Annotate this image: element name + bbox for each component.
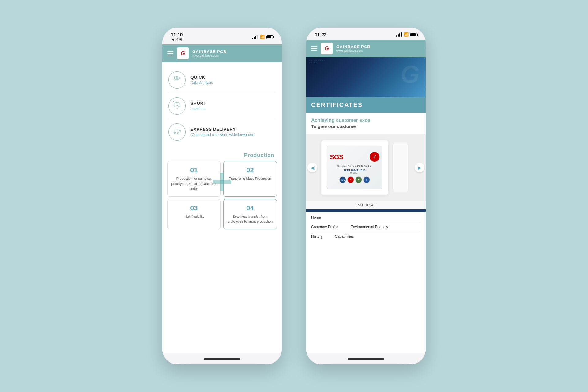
signal-bar bbox=[255, 36, 256, 39]
prod-text-02: Transfer to Mass Production bbox=[227, 176, 273, 181]
company-info-2: GAINBASE PCB www.gainbase.com bbox=[336, 44, 371, 52]
footer-link-company[interactable]: Company Profile bbox=[311, 225, 338, 229]
footer-divider-1 bbox=[311, 222, 421, 222]
blue-divider-bar bbox=[306, 209, 426, 212]
signal-bar bbox=[399, 33, 400, 37]
prod-text-04: Seamless transfer from prototypes to mas… bbox=[227, 214, 273, 224]
footer-divider-2 bbox=[311, 232, 421, 232]
svg-point-16 bbox=[173, 101, 174, 102]
footer-link-history[interactable]: History bbox=[311, 234, 322, 239]
svg-rect-1 bbox=[174, 79, 175, 80]
cert-logos-row: SGS ✓ ★ I bbox=[339, 176, 370, 183]
prod-card-02: 02 Transfer to Mass Production bbox=[223, 161, 277, 197]
company-url-1: www.gainbase.com bbox=[192, 54, 227, 57]
menu-line bbox=[167, 53, 173, 54]
cert-card-partial bbox=[393, 143, 408, 192]
company-logo: G bbox=[177, 47, 189, 59]
prod-number-02: 02 bbox=[227, 166, 273, 174]
circuit-pattern bbox=[309, 60, 325, 63]
feature-list: QUICK Data Analysis bbox=[162, 62, 282, 150]
home-bar-1 bbox=[204, 358, 240, 360]
wifi-icon: 📶 bbox=[260, 35, 265, 39]
company-logo-2: G bbox=[321, 43, 333, 54]
cert-badge-4: I bbox=[363, 176, 370, 183]
svg-point-14 bbox=[177, 105, 178, 106]
menu-line bbox=[167, 51, 173, 52]
phone2-content: G CERTIFICATES Achieving customer exce T… bbox=[306, 57, 426, 353]
home-bar-2 bbox=[348, 358, 384, 360]
home-indicator-2 bbox=[306, 353, 426, 364]
signal-bars-1 bbox=[252, 35, 258, 39]
cert-label: IATF 16949 bbox=[306, 201, 426, 209]
prod-text-01: Production for samples, prototypes, smal… bbox=[171, 176, 217, 191]
cert-year: Certified bbox=[337, 172, 372, 175]
footer-link-environmental[interactable]: Environmental Friendly bbox=[351, 225, 388, 229]
data-analysis-icon bbox=[173, 75, 181, 84]
short-title: SHORT bbox=[190, 101, 206, 106]
prod-number-03: 03 bbox=[171, 204, 217, 212]
carousel-prev-button[interactable]: ◀ bbox=[307, 163, 317, 172]
svg-point-18 bbox=[177, 132, 179, 134]
wifi-icon-2: 📶 bbox=[404, 32, 409, 37]
cert-iatf: IATF 16949:2016 bbox=[337, 169, 372, 172]
phone-1: 11:10 ◄ 相機 📶 G GAINBASE PCB www.gainb bbox=[162, 28, 282, 364]
carousel-next-button[interactable]: ▶ bbox=[415, 163, 424, 172]
cert-title: CERTIFICATES bbox=[311, 101, 421, 108]
tagline-line1: Achieving customer exce bbox=[311, 118, 421, 123]
app-header-2: G GAINBASE PCB www.gainbase.com bbox=[306, 40, 426, 57]
cert-card-main: SGS ✓ Shenzhen Gainbase P.C.B. Co., Ltd.… bbox=[321, 140, 388, 195]
battery-icon bbox=[266, 35, 273, 39]
cert-company: Shenzhen Gainbase P.C.B. Co., Ltd. bbox=[337, 165, 372, 168]
short-text: SHORT Leadtime bbox=[190, 101, 206, 111]
express-icon-circle bbox=[168, 123, 186, 141]
prod-number-01: 01 bbox=[171, 166, 217, 174]
status-icons-1: 📶 bbox=[252, 35, 273, 39]
company-name-1: GAINBASE PCB bbox=[192, 49, 227, 54]
home-indicator-1 bbox=[162, 353, 282, 364]
cert-check-row: ✓ bbox=[370, 152, 379, 164]
svg-line-15 bbox=[174, 102, 175, 102]
short-subtitle: Leadtime bbox=[190, 106, 206, 111]
hamburger-menu-icon-2[interactable] bbox=[311, 46, 317, 51]
quick-icon bbox=[173, 75, 181, 85]
delivery-icon bbox=[173, 127, 181, 136]
svg-rect-3 bbox=[176, 79, 178, 80]
footer-link-home[interactable]: Home bbox=[311, 215, 321, 220]
feature-item-short: SHORT Leadtime bbox=[168, 93, 276, 119]
status-time-1: 11:10 bbox=[171, 32, 183, 37]
cert-text: Shenzhen Gainbase P.C.B. Co., Ltd. IATF … bbox=[337, 165, 372, 175]
leadtime-icon bbox=[173, 101, 181, 110]
quick-title: QUICK bbox=[190, 75, 213, 80]
production-section: Production 01 Production for samples, pr… bbox=[162, 150, 282, 234]
hamburger-menu-icon[interactable] bbox=[167, 51, 173, 55]
company-name-2: GAINBASE PCB bbox=[336, 44, 371, 49]
sgs-logo: SGS bbox=[330, 153, 343, 161]
cert-badge-2: ✓ bbox=[347, 176, 354, 183]
company-info-1: GAINBASE PCB www.gainbase.com bbox=[192, 49, 227, 57]
app-header-1: G GAINBASE PCB www.gainbase.com bbox=[162, 44, 282, 62]
signal-bars-2 bbox=[396, 32, 402, 37]
prod-card-01: 01 Production for samples, prototypes, s… bbox=[167, 161, 221, 197]
footer-row-1: Home bbox=[311, 215, 421, 220]
company-url-2: www.gainbase.com bbox=[336, 49, 371, 52]
menu-line bbox=[311, 50, 317, 51]
feature-item-express: EXPRESS DELIVERY (Cooperated with world … bbox=[168, 119, 276, 145]
footer-row-3: History Capabilities bbox=[311, 234, 421, 239]
status-bar-1: 11:10 ◄ 相機 📶 bbox=[162, 28, 282, 44]
cert-badge-3: ★ bbox=[355, 176, 362, 183]
signal-bar bbox=[401, 32, 402, 37]
express-title: EXPRESS DELIVERY bbox=[190, 127, 254, 132]
hero-banner: G bbox=[306, 57, 426, 97]
cert-badge-1: SGS bbox=[339, 176, 346, 183]
signal-bar bbox=[396, 35, 397, 37]
menu-line bbox=[311, 46, 317, 47]
svg-rect-0 bbox=[174, 76, 175, 77]
signal-bar bbox=[257, 35, 258, 39]
quick-text: QUICK Data Analysis bbox=[190, 75, 213, 85]
footer-links: Home Company Profile Environmental Frien… bbox=[306, 212, 426, 353]
production-grid: 01 Production for samples, prototypes, s… bbox=[165, 161, 279, 229]
footer-link-capabilities[interactable]: Capabilities bbox=[335, 234, 354, 239]
cert-carousel: ◀ SGS ✓ Shenzhen Gainbase P.C.B. Co., Lt… bbox=[306, 134, 426, 201]
short-icon-circle bbox=[168, 97, 186, 115]
cert-header: CERTIFICATES bbox=[306, 97, 426, 113]
